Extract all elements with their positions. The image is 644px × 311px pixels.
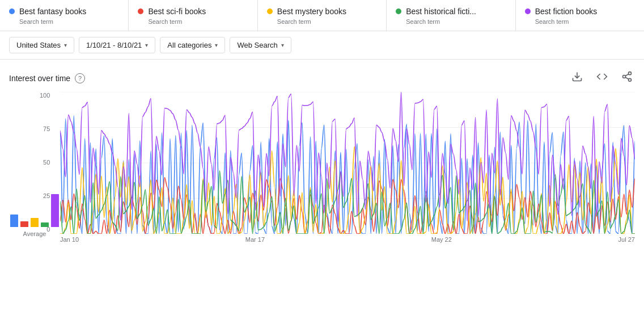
avg-bar-fiction: [51, 194, 59, 227]
x-axis-labels: Jan 10 Mar 17 May 22 Jul 27: [60, 234, 635, 243]
avg-bar-scifi: [20, 221, 28, 227]
avg-bar-fantasy: [10, 215, 18, 227]
chevron-down-icon: ▾: [64, 42, 67, 48]
search-term-title-fantasy: Best fantasy books: [9, 7, 119, 16]
chevron-down-icon: ▾: [281, 42, 284, 48]
svg-line-5: [625, 74, 629, 75]
download-button[interactable]: [569, 69, 585, 87]
avg-bar-section: Average: [9, 182, 60, 251]
chart-section: Interest over time ?: [0, 60, 644, 251]
region-filter[interactable]: United States ▾: [9, 37, 74, 53]
dot-mystery: [267, 9, 273, 14]
search-term-sub-mystery: Search term: [277, 18, 377, 25]
search-term-title-scifi: Best sci-fi books: [138, 7, 248, 16]
line-chart-svg: [60, 92, 635, 234]
type-filter[interactable]: Web Search ▾: [230, 37, 291, 53]
svg-point-3: [629, 78, 632, 81]
avg-bars: [10, 182, 59, 227]
search-terms-bar: Best fantasy books Search term Best sci-…: [0, 0, 644, 31]
date-filter[interactable]: 1/10/21 - 8/10/21 ▾: [79, 37, 155, 53]
search-term-fiction[interactable]: Best fiction books Search term: [516, 0, 644, 31]
chart-title: Interest over time: [9, 74, 70, 83]
chart-actions: [569, 69, 635, 87]
svg-point-1: [629, 72, 632, 75]
search-term-sub-fiction: Search term: [535, 18, 635, 25]
svg-point-2: [623, 75, 626, 78]
dot-scifi: [138, 9, 143, 14]
embed-button[interactable]: [594, 69, 610, 87]
search-term-mystery[interactable]: Best mystery books Search term: [258, 0, 387, 31]
dot-fiction: [525, 9, 531, 14]
line-chart-container: 100 75 50 25 0 Jan 10 Mar 17 May 22 Jul …: [60, 92, 635, 251]
chart-header: Interest over time ?: [9, 69, 635, 87]
chevron-down-icon: ▾: [215, 42, 218, 48]
avg-bar-mystery: [31, 218, 39, 227]
dot-historical: [396, 9, 401, 14]
filters-bar: United States ▾ 1/10/21 - 8/10/21 ▾ All …: [0, 31, 644, 60]
chevron-down-icon: ▾: [145, 42, 148, 48]
help-icon[interactable]: ?: [75, 73, 85, 83]
search-term-title-mystery: Best mystery books: [267, 7, 377, 16]
chart-area: Average 100 75 50 25 0 Jan 10 Mar 17: [9, 92, 635, 251]
y-axis-labels: 100 75 50 25 0: [40, 92, 50, 234]
search-term-title-fiction: Best fiction books: [525, 7, 635, 16]
search-term-sub-fantasy: Search term: [19, 18, 119, 25]
chart-title-group: Interest over time ?: [9, 73, 85, 83]
share-button[interactable]: [619, 69, 635, 87]
search-term-scifi[interactable]: Best sci-fi books Search term: [129, 0, 257, 31]
search-term-title-historical: Best historical ficti...: [396, 7, 506, 16]
search-term-historical[interactable]: Best historical ficti... Search term: [387, 0, 515, 31]
search-term-fantasy[interactable]: Best fantasy books Search term: [0, 0, 129, 31]
category-filter[interactable]: All categories ▾: [160, 37, 225, 53]
dot-fantasy: [9, 9, 15, 14]
svg-line-4: [625, 77, 629, 79]
search-term-sub-historical: Search term: [406, 18, 506, 25]
search-term-sub-scifi: Search term: [148, 18, 248, 25]
